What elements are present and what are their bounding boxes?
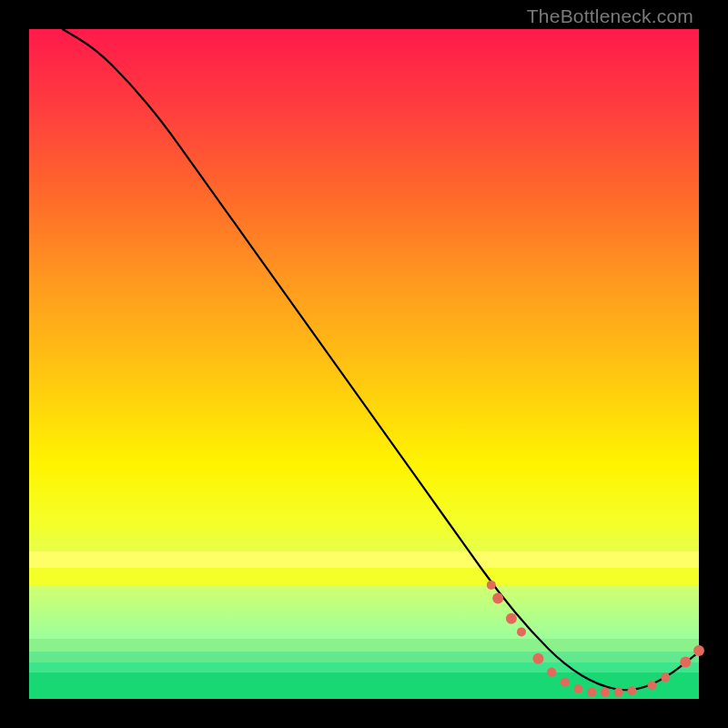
- marker-dot: [693, 645, 704, 656]
- marker-dot: [492, 593, 503, 604]
- marker-dot: [532, 653, 543, 664]
- marker-dot: [601, 688, 610, 697]
- marker-dot: [574, 684, 583, 693]
- bottleneck-curve: [63, 29, 699, 690]
- marker-dot: [517, 627, 526, 636]
- marker-dot: [648, 681, 657, 690]
- curve-markers: [487, 581, 704, 697]
- marker-dot: [661, 672, 670, 682]
- plot-area: [29, 29, 699, 699]
- marker-dot: [487, 581, 496, 590]
- watermark-text: TheBottleneck.com: [527, 5, 693, 27]
- marker-dot: [547, 668, 556, 677]
- marker-dot: [587, 688, 596, 697]
- chart-svg: [29, 29, 699, 699]
- marker-dot: [506, 613, 517, 624]
- marker-dot: [627, 686, 636, 695]
- chart-frame: TheBottleneck.com: [0, 0, 728, 728]
- marker-dot: [561, 678, 570, 687]
- marker-dot: [680, 657, 691, 668]
- marker-dot: [614, 688, 623, 697]
